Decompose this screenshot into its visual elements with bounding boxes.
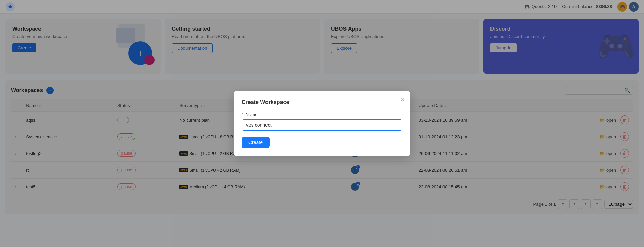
create-workspace-modal: Create Workspace ✕ * Name Create — [234, 91, 410, 156]
modal-title: Create Workspace — [242, 99, 402, 105]
workspace-name-input[interactable] — [242, 119, 402, 131]
modal-overlay: Create Workspace ✕ * Name Create — [0, 0, 644, 247]
modal-close-button[interactable]: ✕ — [400, 96, 405, 103]
modal-create-button[interactable]: Create — [242, 137, 270, 148]
name-label: * Name — [242, 112, 402, 117]
required-indicator: * — [242, 112, 243, 117]
